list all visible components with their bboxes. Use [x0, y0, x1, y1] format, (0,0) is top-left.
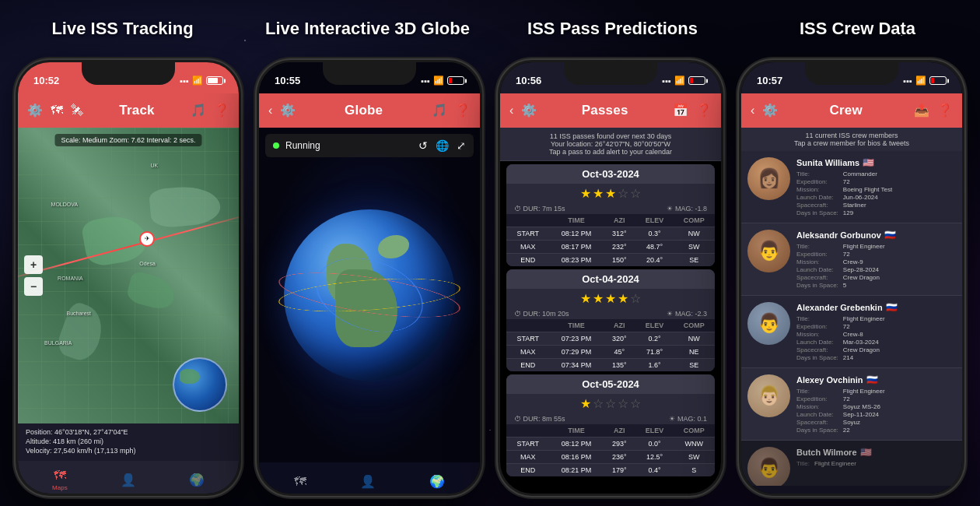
- wifi-icon-2: 📶: [433, 76, 444, 86]
- row-azi: 320°: [603, 332, 635, 345]
- row-type: END: [506, 253, 550, 266]
- help-icon-3[interactable]: ❓: [696, 103, 712, 118]
- detail-exp-label-4: Expedition:: [796, 395, 838, 402]
- detail-title-label: Title:: [796, 170, 838, 177]
- row-time: 08:12 PM: [550, 227, 604, 240]
- row-time: 08:21 PM: [550, 463, 604, 476]
- tab-globe-person[interactable]: 👤: [360, 474, 376, 489]
- tab-globe-globe[interactable]: 🌍: [429, 474, 445, 489]
- col-time: TIME: [550, 424, 604, 437]
- col-comp: COMP: [674, 214, 715, 227]
- music-icon-2[interactable]: 🎵: [432, 103, 447, 118]
- tab-globe-maps[interactable]: 🗺: [294, 475, 306, 489]
- back-icon-2[interactable]: ‹: [268, 104, 272, 118]
- passes-header: 11 ISS passes found over next 30 days Yo…: [500, 128, 721, 161]
- col-elev: ELEV: [635, 214, 673, 227]
- avatar-ovchinin: 👨🏼: [747, 374, 790, 417]
- position-row: Position: 46°03'18"N, 27°47'04"E: [26, 428, 231, 436]
- crew-member-gorbunov[interactable]: 👨 Aleksandr Gorbunov 🇷🇺 Title:Flight Eng…: [741, 223, 962, 296]
- tab-maps[interactable]: 🗺 Maps: [52, 469, 68, 491]
- phone4-tabs: 🗺 👤 🌍: [741, 486, 962, 494]
- crew-info-gorbunov: Aleksandr Gorbunov 🇷🇺 Title:Flight Engin…: [796, 230, 956, 289]
- detail-mission-ovchinin: Soyuz MS-26: [843, 403, 956, 410]
- tab-person[interactable]: 👤: [121, 473, 136, 487]
- row-elev: 0.4°: [635, 463, 673, 476]
- avatar-emoji-sunita: 👩🏽: [758, 167, 781, 189]
- help-icon-1[interactable]: ❓: [214, 103, 229, 118]
- phone2-tabs: 🗺 👤 🌍: [259, 462, 480, 494]
- col-azi: AZI: [603, 214, 635, 227]
- row-elev: 0.3°: [635, 227, 673, 240]
- crew-member-wilmore[interactable]: 👨 Butch Wilmore 🇺🇸 Title:Flight Engineer: [741, 441, 962, 486]
- nav-right-icons-1: 🎵 ❓: [191, 103, 229, 118]
- crew-member-sunita[interactable]: 👩🏽 Sunita Williams 🇺🇸 Title:Commander Ex…: [741, 151, 962, 223]
- altitude-row: Altitude: 418 km (260 mi): [26, 437, 231, 445]
- pass-mag-label-1: ☀ MAG: -1.8: [667, 205, 707, 213]
- row-type: END: [506, 358, 550, 371]
- help-icon-2[interactable]: ❓: [455, 103, 471, 118]
- row-azi: 150°: [603, 253, 635, 266]
- status-time-2: 10:55: [275, 75, 300, 86]
- detail-craft-label-2: Spacecraft:: [796, 274, 838, 281]
- phone-globe: 10:55 ▪▪▪ 📶 ‹ ⚙️ Globe 🎵: [257, 60, 482, 496]
- detail-days-label: Days in Space:: [796, 209, 838, 216]
- detail-craft-gorbunov: Crew Dragon: [843, 274, 956, 281]
- pass-table-3: TIMEAZIELEVCOMP START08:12 PM293°0.0°WNW…: [506, 424, 715, 476]
- help-icon-4[interactable]: ❓: [937, 103, 953, 118]
- pass-row: START07:23 PM320°0.2°NW: [506, 332, 715, 345]
- expand-icon[interactable]: ⤢: [457, 139, 466, 152]
- col-azi: AZI: [603, 319, 635, 332]
- pass-row: END07:34 PM135°1.6°SE: [506, 358, 715, 371]
- detail-launch-label: Launch Date:: [796, 194, 838, 201]
- detail-title-label-2: Title:: [796, 243, 838, 250]
- nav-title-3: Passes: [582, 103, 628, 118]
- settings-icon-3[interactable]: ⚙️: [521, 103, 537, 118]
- back-icon-3[interactable]: ‹: [509, 104, 513, 118]
- detail-craft-sunita: Starliner: [843, 202, 956, 209]
- pass-card-1[interactable]: Oct-03-2024 ★ ★ ★ ☆ ☆ ⏱ DUR: 7m 15s ☀ MA…: [506, 164, 715, 266]
- detail-launch-label-4: Launch Date:: [796, 411, 838, 418]
- satellite-icon-1[interactable]: 🛰: [71, 104, 83, 118]
- back-icon-4[interactable]: ‹: [751, 104, 754, 118]
- running-indicator: [273, 142, 279, 149]
- row-time: 08:17 PM: [550, 240, 604, 253]
- settings-icon-1[interactable]: ⚙️: [27, 103, 43, 118]
- settings-icon-2[interactable]: ⚙️: [280, 103, 296, 118]
- detail-title-label-4: Title:: [796, 388, 838, 395]
- status-icons-3: ▪▪▪ 📶: [662, 76, 705, 86]
- map-container[interactable]: Scale: Medium Zoom: 7.62 Interval: 2 sec…: [18, 128, 239, 423]
- refresh-icon[interactable]: ↺: [418, 139, 428, 152]
- calendar-icon-3[interactable]: 📅: [673, 103, 688, 118]
- status-time-1: 10:52: [33, 75, 59, 86]
- pass-card-2[interactable]: Oct-04-2024 ★ ★ ★ ★ ☆ ⏱ DUR: 10m 20s ☀ M…: [506, 269, 715, 371]
- section-labels: Live ISS Tracking Live Interactive 3D Gl…: [0, 0, 980, 57]
- zoom-out-button[interactable]: −: [24, 277, 43, 296]
- globe-view-icon[interactable]: 🌐: [436, 139, 449, 152]
- crew-info-grebenkin: Alexander Grebenkin 🇷🇺 Title:Flight Engi…: [796, 302, 956, 361]
- globe-3d-container[interactable]: Running ↺ 🌐 ⤢: [259, 128, 480, 462]
- row-elev: 1.6°: [635, 358, 673, 371]
- layers-icon-1[interactable]: 🗺: [51, 104, 63, 118]
- nav-title-1: Track: [119, 103, 154, 118]
- tab-globe[interactable]: 🌍: [189, 473, 205, 487]
- crew-details-ovchinin: Title:Flight Engineer Expedition:72 Miss…: [796, 388, 956, 434]
- row-comp: WNW: [674, 437, 715, 450]
- share-icon-4[interactable]: 📤: [914, 103, 929, 118]
- crew-flag-gorbunov: 🇷🇺: [884, 230, 896, 241]
- zoom-in-button[interactable]: +: [24, 255, 43, 274]
- tab-maps-icon-2: 🗺: [294, 475, 306, 489]
- settings-icon-4[interactable]: ⚙️: [762, 103, 778, 118]
- avatar-emoji-ovchinin: 👨🏼: [758, 385, 781, 406]
- star-3-5: ☆: [630, 396, 641, 411]
- map-label-odesa: Odesa: [139, 261, 156, 266]
- crew-member-grebenkin[interactable]: 👨 Alexander Grebenkin 🇷🇺 Title:Flight En…: [741, 296, 962, 368]
- mini-globe[interactable]: [173, 357, 227, 412]
- music-icon-1[interactable]: 🎵: [191, 103, 206, 118]
- col-comp: COMP: [674, 424, 715, 437]
- avatar-wilmore: 👨: [747, 447, 790, 486]
- crew-member-ovchinin[interactable]: 👨🏼 Alexey Ovchinin 🇷🇺 Title:Flight Engin…: [741, 368, 962, 441]
- crew-name-ovchinin: Alexey Ovchinin: [796, 375, 863, 385]
- pass-card-3[interactable]: Oct-05-2024 ★ ☆ ☆ ☆ ☆ ⏱ DUR: 8m 55s ☀ MA…: [506, 374, 715, 476]
- star-1-2: ★: [593, 186, 604, 201]
- star-1-4: ☆: [618, 186, 628, 201]
